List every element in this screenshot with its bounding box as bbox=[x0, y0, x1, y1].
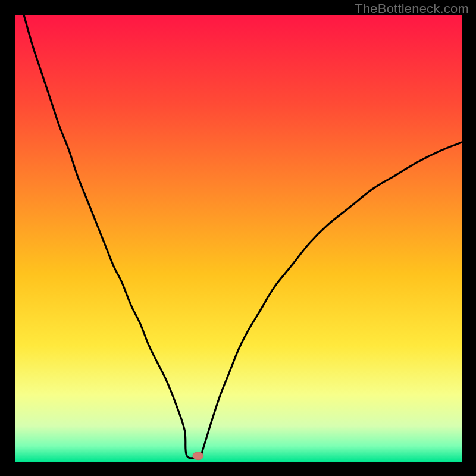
optimal-point-marker bbox=[193, 452, 203, 460]
bottleneck-chart bbox=[15, 15, 462, 462]
gradient-background bbox=[15, 15, 462, 462]
chart-frame: { "watermark": "TheBottleneck.com", "col… bbox=[0, 0, 476, 476]
